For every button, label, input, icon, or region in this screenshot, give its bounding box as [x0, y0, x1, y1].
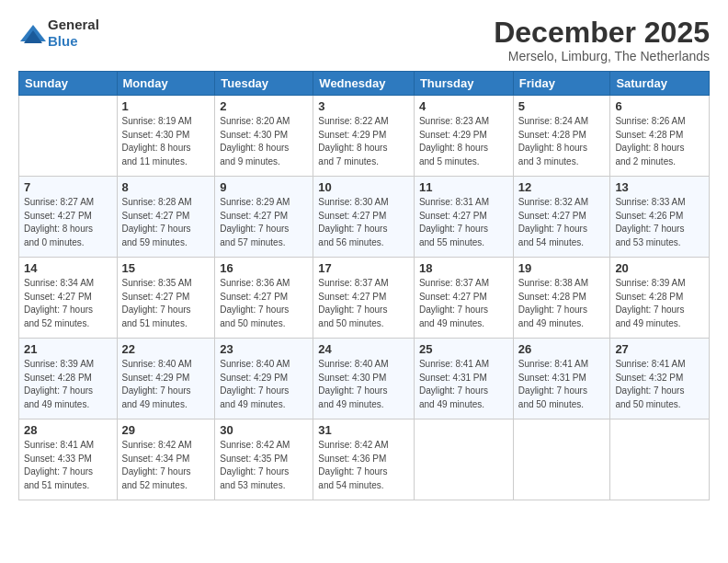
calendar-table: SundayMondayTuesdayWednesdayThursdayFrid…	[18, 71, 710, 500]
month-title: December 2025	[494, 17, 710, 49]
logo-icon	[18, 23, 44, 43]
day-number: 23	[220, 342, 308, 356]
cell-info: Sunrise: 8:27 AM Sunset: 4:27 PM Dayligh…	[24, 196, 112, 249]
calendar-cell: 9Sunrise: 8:29 AM Sunset: 4:27 PM Daylig…	[215, 177, 313, 258]
logo-text: General Blue	[48, 17, 99, 50]
day-number: 1	[122, 99, 210, 113]
cell-info: Sunrise: 8:41 AM Sunset: 4:31 PM Dayligh…	[419, 358, 508, 411]
weekday-header: Wednesday	[313, 72, 415, 96]
logo-blue: Blue	[48, 33, 99, 50]
day-number: 7	[24, 180, 112, 194]
calendar-cell: 22Sunrise: 8:40 AM Sunset: 4:29 PM Dayli…	[117, 339, 215, 419]
day-number: 10	[318, 180, 409, 194]
weekday-header: Saturday	[610, 72, 710, 96]
cell-info: Sunrise: 8:34 AM Sunset: 4:27 PM Dayligh…	[24, 277, 112, 330]
weekday-header: Monday	[117, 72, 215, 96]
calendar-cell: 3Sunrise: 8:22 AM Sunset: 4:29 PM Daylig…	[313, 96, 415, 177]
cell-info: Sunrise: 8:24 AM Sunset: 4:28 PM Dayligh…	[518, 115, 606, 168]
header: General Blue December 2025 Merselo, Limb…	[18, 17, 710, 63]
cell-info: Sunrise: 8:37 AM Sunset: 4:27 PM Dayligh…	[419, 277, 508, 330]
cell-info: Sunrise: 8:39 AM Sunset: 4:28 PM Dayligh…	[24, 358, 112, 411]
logo: General Blue	[18, 17, 99, 50]
location: Merselo, Limburg, The Netherlands	[494, 49, 710, 63]
weekday-header: Thursday	[414, 72, 513, 96]
calendar-cell: 26Sunrise: 8:41 AM Sunset: 4:31 PM Dayli…	[513, 339, 610, 419]
calendar-cell: 12Sunrise: 8:32 AM Sunset: 4:27 PM Dayli…	[513, 177, 610, 258]
calendar-cell: 23Sunrise: 8:40 AM Sunset: 4:29 PM Dayli…	[215, 339, 313, 419]
calendar-cell: 29Sunrise: 8:42 AM Sunset: 4:34 PM Dayli…	[117, 419, 215, 500]
day-number: 2	[220, 99, 308, 113]
calendar-cell	[19, 96, 118, 177]
cell-info: Sunrise: 8:28 AM Sunset: 4:27 PM Dayligh…	[122, 196, 210, 249]
calendar-cell: 14Sunrise: 8:34 AM Sunset: 4:27 PM Dayli…	[19, 258, 118, 339]
day-number: 21	[24, 342, 112, 356]
cell-info: Sunrise: 8:35 AM Sunset: 4:27 PM Dayligh…	[122, 277, 210, 330]
day-number: 28	[24, 423, 112, 437]
cell-info: Sunrise: 8:33 AM Sunset: 4:26 PM Dayligh…	[615, 196, 704, 249]
day-number: 24	[318, 342, 409, 356]
calendar-cell: 24Sunrise: 8:40 AM Sunset: 4:30 PM Dayli…	[313, 339, 415, 419]
day-number: 30	[220, 423, 308, 437]
cell-info: Sunrise: 8:31 AM Sunset: 4:27 PM Dayligh…	[419, 196, 508, 249]
day-number: 3	[318, 99, 409, 113]
calendar-cell	[513, 419, 610, 500]
day-number: 22	[122, 342, 210, 356]
day-number: 27	[615, 342, 704, 356]
cell-info: Sunrise: 8:19 AM Sunset: 4:30 PM Dayligh…	[122, 115, 210, 168]
day-number: 17	[318, 261, 409, 275]
calendar-cell: 30Sunrise: 8:42 AM Sunset: 4:35 PM Dayli…	[215, 419, 313, 500]
calendar-cell: 28Sunrise: 8:41 AM Sunset: 4:33 PM Dayli…	[19, 419, 118, 500]
calendar-cell	[610, 419, 710, 500]
cell-info: Sunrise: 8:26 AM Sunset: 4:28 PM Dayligh…	[615, 115, 704, 168]
cell-info: Sunrise: 8:40 AM Sunset: 4:29 PM Dayligh…	[122, 358, 210, 411]
cell-info: Sunrise: 8:41 AM Sunset: 4:33 PM Dayligh…	[24, 439, 112, 492]
cell-info: Sunrise: 8:22 AM Sunset: 4:29 PM Dayligh…	[318, 115, 409, 168]
calendar-cell: 25Sunrise: 8:41 AM Sunset: 4:31 PM Dayli…	[414, 339, 513, 419]
calendar-cell	[414, 419, 513, 500]
cell-info: Sunrise: 8:39 AM Sunset: 4:28 PM Dayligh…	[615, 277, 704, 330]
day-number: 8	[122, 180, 210, 194]
day-number: 18	[419, 261, 508, 275]
calendar-cell: 5Sunrise: 8:24 AM Sunset: 4:28 PM Daylig…	[513, 96, 610, 177]
calendar-cell: 1Sunrise: 8:19 AM Sunset: 4:30 PM Daylig…	[117, 96, 215, 177]
day-number: 14	[24, 261, 112, 275]
cell-info: Sunrise: 8:42 AM Sunset: 4:35 PM Dayligh…	[220, 439, 308, 492]
cell-info: Sunrise: 8:41 AM Sunset: 4:32 PM Dayligh…	[615, 358, 704, 411]
cell-info: Sunrise: 8:38 AM Sunset: 4:28 PM Dayligh…	[518, 277, 606, 330]
day-number: 11	[419, 180, 508, 194]
day-number: 19	[518, 261, 606, 275]
cell-info: Sunrise: 8:37 AM Sunset: 4:27 PM Dayligh…	[318, 277, 409, 330]
cell-info: Sunrise: 8:32 AM Sunset: 4:27 PM Dayligh…	[518, 196, 606, 249]
calendar-week-row: 14Sunrise: 8:34 AM Sunset: 4:27 PM Dayli…	[19, 258, 710, 339]
calendar-cell: 10Sunrise: 8:30 AM Sunset: 4:27 PM Dayli…	[313, 177, 415, 258]
weekday-header: Sunday	[19, 72, 118, 96]
weekday-header: Friday	[513, 72, 610, 96]
day-number: 16	[220, 261, 308, 275]
calendar-cell: 4Sunrise: 8:23 AM Sunset: 4:29 PM Daylig…	[414, 96, 513, 177]
day-number: 26	[518, 342, 606, 356]
page: General Blue December 2025 Merselo, Limb…	[0, 0, 728, 563]
calendar-cell: 7Sunrise: 8:27 AM Sunset: 4:27 PM Daylig…	[19, 177, 118, 258]
calendar-cell: 31Sunrise: 8:42 AM Sunset: 4:36 PM Dayli…	[313, 419, 415, 500]
cell-info: Sunrise: 8:30 AM Sunset: 4:27 PM Dayligh…	[318, 196, 409, 249]
calendar-week-row: 7Sunrise: 8:27 AM Sunset: 4:27 PM Daylig…	[19, 177, 710, 258]
calendar-cell: 18Sunrise: 8:37 AM Sunset: 4:27 PM Dayli…	[414, 258, 513, 339]
calendar-cell: 13Sunrise: 8:33 AM Sunset: 4:26 PM Dayli…	[610, 177, 710, 258]
day-number: 29	[122, 423, 210, 437]
cell-info: Sunrise: 8:36 AM Sunset: 4:27 PM Dayligh…	[220, 277, 308, 330]
day-number: 4	[419, 99, 508, 113]
weekday-header: Tuesday	[215, 72, 313, 96]
cell-info: Sunrise: 8:29 AM Sunset: 4:27 PM Dayligh…	[220, 196, 308, 249]
day-number: 13	[615, 180, 704, 194]
day-number: 5	[518, 99, 606, 113]
calendar-cell: 19Sunrise: 8:38 AM Sunset: 4:28 PM Dayli…	[513, 258, 610, 339]
day-number: 9	[220, 180, 308, 194]
calendar-week-row: 21Sunrise: 8:39 AM Sunset: 4:28 PM Dayli…	[19, 339, 710, 419]
cell-info: Sunrise: 8:23 AM Sunset: 4:29 PM Dayligh…	[419, 115, 508, 168]
day-number: 12	[518, 180, 606, 194]
calendar-cell: 2Sunrise: 8:20 AM Sunset: 4:30 PM Daylig…	[215, 96, 313, 177]
day-number: 20	[615, 261, 704, 275]
calendar-cell: 20Sunrise: 8:39 AM Sunset: 4:28 PM Dayli…	[610, 258, 710, 339]
cell-info: Sunrise: 8:41 AM Sunset: 4:31 PM Dayligh…	[518, 358, 606, 411]
calendar-cell: 15Sunrise: 8:35 AM Sunset: 4:27 PM Dayli…	[117, 258, 215, 339]
